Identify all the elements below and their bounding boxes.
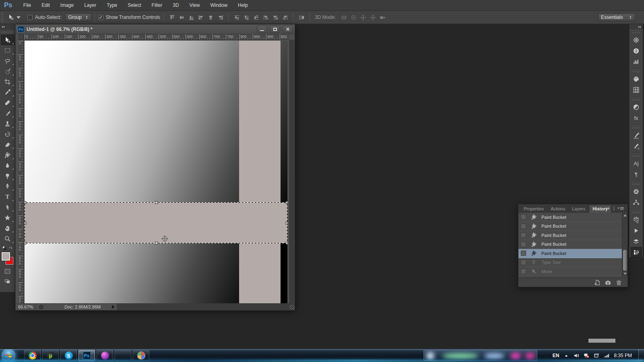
minimize-button[interactable]	[257, 25, 267, 33]
tool-crop[interactable]	[1, 76, 14, 87]
transform-handle[interactable]	[25, 222, 26, 224]
tool-clone-stamp[interactable]	[1, 118, 14, 129]
status-options-arrow-icon[interactable]	[112, 305, 115, 309]
taskbar-photoshop-button[interactable]: Ps	[78, 350, 95, 361]
tool-lasso[interactable]	[1, 56, 14, 66]
menu-layer[interactable]: Layer	[79, 0, 101, 11]
panel-button-info[interactable]	[631, 45, 642, 56]
menu-file[interactable]: File	[18, 0, 36, 11]
history-state-row[interactable]: Paint Bucket	[518, 222, 622, 231]
align-left-button[interactable]	[196, 13, 205, 22]
history-state-row[interactable]: TType Tool	[518, 258, 622, 267]
panel-button-styles[interactable]: fx	[631, 113, 642, 123]
menu-type[interactable]: Type	[101, 0, 122, 11]
auto-select-target-dropdown[interactable]: Group	[65, 13, 91, 21]
canvas[interactable]	[25, 41, 287, 304]
3d-slide-button[interactable]	[368, 13, 377, 22]
taskbar-chrome-button[interactable]	[24, 350, 41, 361]
taskbar-utorrent-button[interactable]: µ	[42, 350, 59, 361]
panel-button-actions[interactable]	[631, 225, 642, 236]
delete-state-icon[interactable]	[616, 280, 622, 286]
align-bottom-button[interactable]	[187, 13, 196, 22]
menu-view[interactable]: View	[184, 0, 205, 11]
window-resize-grip[interactable]	[289, 305, 294, 310]
taskbar-skype-button[interactable]: S	[60, 350, 77, 361]
menu-edit[interactable]: Edit	[36, 0, 55, 11]
panel-button-swatches[interactable]	[631, 84, 642, 95]
history-source-checkbox[interactable]	[521, 260, 526, 265]
history-scrollbar[interactable]	[622, 213, 627, 276]
tool-eraser[interactable]	[1, 139, 14, 150]
menu-image[interactable]: Image	[55, 0, 79, 11]
tool-blur[interactable]	[1, 160, 14, 171]
taskbar-media-player-button[interactable]	[97, 350, 113, 361]
history-source-checkbox[interactable]	[521, 242, 526, 247]
menu-help[interactable]: Help	[233, 0, 253, 11]
panel-button-layers[interactable]	[631, 236, 642, 247]
panel-button-paragraph[interactable]: ¶	[631, 169, 642, 179]
horizontal-scrollbar[interactable]	[117, 304, 295, 310]
vertical-scrollbar[interactable]	[289, 40, 295, 303]
menu-select[interactable]: Select	[122, 0, 146, 11]
transform-reference-point-icon[interactable]	[162, 236, 167, 241]
transform-handle[interactable]	[286, 201, 287, 204]
tool-history-brush[interactable]	[1, 129, 14, 139]
zoom-level-field[interactable]: 66.67%	[16, 304, 36, 310]
close-button[interactable]: ✕	[283, 25, 293, 33]
tool-hand[interactable]	[1, 223, 14, 233]
tool-paint-bucket[interactable]	[1, 150, 14, 160]
show-transform-checkbox[interactable]: ✓	[98, 15, 103, 20]
panel-button-paths[interactable]	[631, 197, 642, 208]
panel-button-history[interactable]	[631, 247, 642, 257]
3d-roll-button[interactable]	[349, 13, 358, 22]
action-center-icon[interactable]	[594, 353, 599, 358]
panel-button-character[interactable]: A|	[631, 158, 642, 169]
transform-handle[interactable]	[25, 242, 26, 245]
open-window-button-blurred[interactable]	[423, 350, 537, 361]
tool-preset-caret-icon[interactable]	[15, 14, 22, 21]
transform-handle[interactable]	[286, 242, 287, 245]
history-source-checkbox[interactable]	[521, 232, 526, 238]
auto-align-layers-button[interactable]	[297, 13, 306, 22]
tool-quick-select[interactable]	[1, 66, 14, 76]
network-error-icon[interactable]	[584, 353, 589, 358]
tool-brush[interactable]	[1, 108, 14, 118]
dist-right-button[interactable]	[281, 13, 289, 22]
new-doc-from-state-icon[interactable]	[594, 280, 600, 286]
3d-pan-button[interactable]	[359, 13, 367, 22]
history-state-row[interactable]: Paint Bucket	[518, 240, 622, 249]
tool-eyedropper[interactable]	[1, 87, 14, 97]
3d-orbit-button[interactable]	[339, 13, 348, 22]
selected-painted-bar[interactable]	[25, 202, 287, 243]
history-source-checkbox[interactable]	[521, 269, 526, 274]
tool-marquee[interactable]	[1, 45, 14, 56]
panel-button-brush-presets[interactable]	[631, 141, 642, 151]
vertical-ruler[interactable]: 05 01 0 01 5 02 0 02 5 03 0 03 5 04 0 04…	[18, 40, 24, 303]
tool-path-select[interactable]	[1, 202, 14, 212]
dist-vcenter-button[interactable]	[242, 13, 251, 22]
menu-3d[interactable]: 3D	[167, 0, 184, 11]
swap-colors-icon[interactable]	[8, 246, 13, 251]
workspace-switcher-dropdown[interactable]: Essentials	[598, 13, 635, 21]
align-vcenter-button[interactable]	[177, 13, 186, 22]
history-state-row[interactable]: Paint Bucket	[518, 231, 622, 240]
tab-properties[interactable]: Properties	[520, 205, 547, 213]
taskbar-explorer-button[interactable]	[115, 350, 131, 361]
scroll-up-icon[interactable]	[623, 214, 627, 216]
tool-healing[interactable]	[1, 97, 14, 108]
align-hcenter-button[interactable]	[206, 13, 215, 22]
start-button[interactable]	[2, 349, 15, 362]
dist-bottom-button[interactable]	[252, 13, 260, 22]
auto-select-checkbox[interactable]	[27, 15, 33, 20]
3d-camera-button[interactable]	[378, 13, 387, 22]
show-desktop-button[interactable]	[638, 349, 644, 362]
menu-filter[interactable]: Filter	[147, 0, 168, 11]
tool-dodge[interactable]	[1, 171, 14, 181]
menu-window[interactable]: Window	[205, 0, 233, 11]
panel-button-adjustments[interactable]	[631, 102, 642, 112]
tab-layers[interactable]: Layers	[569, 205, 588, 213]
new-snapshot-icon[interactable]	[605, 280, 611, 286]
volume-icon[interactable]	[574, 353, 579, 358]
dist-top-button[interactable]	[232, 13, 241, 22]
history-source-checkbox[interactable]	[521, 224, 526, 229]
